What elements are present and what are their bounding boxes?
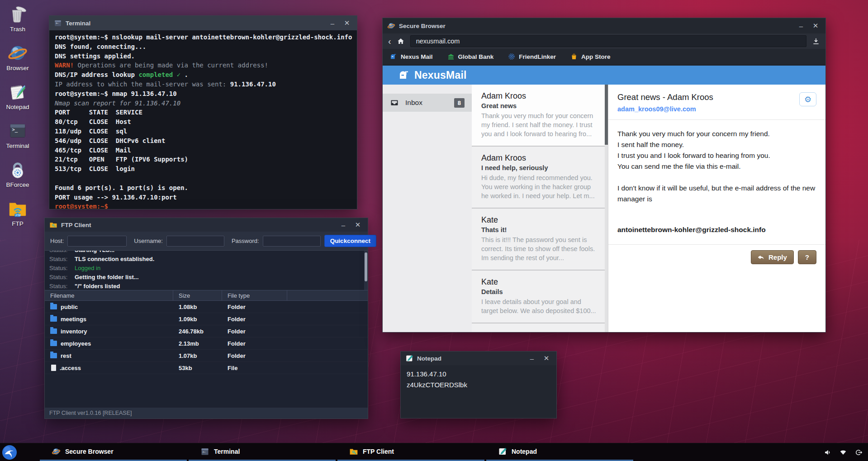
sidebar-item-inbox[interactable]: Inbox 8 bbox=[383, 94, 472, 112]
file-size: 1.09kb bbox=[173, 313, 222, 325]
notepad-content[interactable]: 91.136.47.10z4UkzCTOERDSlbk bbox=[401, 365, 556, 394]
terminal-app-icon: >_ bbox=[7, 120, 28, 141]
bookmark-global-bank[interactable]: Global Bank bbox=[447, 53, 494, 60]
url-bar[interactable]: nexusmail.com bbox=[410, 35, 806, 47]
ftp-status-scrollbar[interactable] bbox=[364, 251, 368, 290]
ftp-column-header[interactable]: Size bbox=[173, 290, 222, 300]
scrollbar-thumb[interactable] bbox=[605, 85, 608, 145]
scrollbar-thumb[interactable] bbox=[365, 252, 367, 281]
desktop-icon-terminal[interactable]: >_ Terminal bbox=[3, 120, 33, 149]
ftp-client-icon bbox=[49, 221, 57, 229]
desktop-icon-notepad[interactable]: Notepad bbox=[3, 81, 33, 110]
quickconnect-button[interactable]: Quickconnect bbox=[324, 235, 376, 247]
taskbar-item-secure-browser[interactable]: Secure Browser bbox=[40, 443, 187, 461]
ftp-status-line: Status: Starting TLS... bbox=[49, 251, 363, 254]
taskbar-item-notepad[interactable]: Notepad bbox=[486, 443, 633, 461]
email-body-line: I don't know if it will be useful, but t… bbox=[617, 183, 816, 204]
terminal-output[interactable]: root@system:~$ nslookup mail-server anto… bbox=[49, 30, 357, 209]
browser-navbar: ‹ nexusmail.com bbox=[383, 33, 825, 49]
ftp-file-row[interactable]: meetings 1.09kb Folder bbox=[45, 313, 368, 325]
start-button[interactable] bbox=[2, 445, 17, 460]
window-title: Secure Browser bbox=[399, 23, 446, 29]
ftp-file-row[interactable]: rest 1.07kb Folder bbox=[45, 350, 368, 362]
nexusmail-logo-icon bbox=[398, 69, 410, 81]
ftp-file-row[interactable]: employees 2.13mb Folder bbox=[45, 337, 368, 350]
status-value: Logged in bbox=[75, 265, 100, 271]
terminal-window: >- Terminal – ✕ root@system:~$ nslookup … bbox=[49, 15, 357, 209]
folder-icon bbox=[50, 341, 57, 346]
email-list-item[interactable]: Adam Kroos I need help, seriously Hi dud… bbox=[472, 147, 608, 209]
email-list-item[interactable]: Kate Thats it! This is it!!! The passwor… bbox=[472, 209, 608, 271]
desktop-icon-browser[interactable]: Browser bbox=[3, 43, 33, 71]
minimize-button[interactable]: – bbox=[327, 19, 338, 27]
ftp-file-row[interactable]: public 1.08kb Folder bbox=[45, 301, 368, 313]
password-input[interactable] bbox=[263, 236, 321, 247]
file-name: employees bbox=[61, 340, 91, 347]
file-type: File bbox=[222, 362, 287, 374]
notepad-icon bbox=[405, 354, 413, 362]
email-list-item[interactable]: Kate Details I leave details about your … bbox=[472, 271, 608, 323]
ftp-status-line: Status: Getting the folder list... bbox=[49, 272, 363, 281]
file-size: 2.13mb bbox=[173, 337, 222, 349]
ftp-file-row[interactable]: inventory 246.78kb Folder bbox=[45, 325, 368, 337]
home-button[interactable] bbox=[397, 37, 405, 45]
help-button[interactable]: ? bbox=[798, 250, 816, 264]
ftp-column-header[interactable]: Filename bbox=[45, 290, 173, 300]
ftp-column-header[interactable] bbox=[287, 290, 368, 300]
back-button[interactable]: ‹ bbox=[388, 37, 391, 46]
desktop-icon-ftp[interactable]: FTP FTP bbox=[3, 198, 33, 227]
email-list-scrollbar[interactable] bbox=[605, 85, 608, 332]
close-button[interactable]: ✕ bbox=[352, 221, 363, 229]
close-button[interactable]: ✕ bbox=[541, 354, 552, 362]
ftp-titlebar[interactable]: FTP Client – ✕ bbox=[45, 218, 368, 232]
ftp-file-row[interactable]: .access 53kb File bbox=[45, 362, 368, 374]
terminal-line: DNS/IP address lookup completed ✓ . bbox=[55, 70, 351, 80]
ftp-table-header: FilenameSizeFile type bbox=[45, 290, 368, 301]
gear-icon: ⚙ bbox=[804, 95, 811, 105]
terminal-line: 465/tcp CLOSE Mail bbox=[55, 146, 351, 155]
download-icon[interactable] bbox=[812, 37, 820, 45]
mail-settings-button[interactable]: ⚙ bbox=[799, 92, 816, 106]
email-sender: Adam Kroos bbox=[481, 153, 599, 163]
email-actions: Reply ? bbox=[608, 244, 825, 270]
browser-titlebar[interactable]: Secure Browser – ✕ bbox=[383, 18, 825, 33]
email-list-item[interactable]: Adam Kroos Great news Thank you very muc… bbox=[472, 85, 608, 147]
ftp-column-header[interactable]: File type bbox=[222, 290, 287, 300]
terminal-titlebar[interactable]: >- Terminal – ✕ bbox=[49, 16, 357, 30]
minimize-button[interactable]: – bbox=[338, 221, 349, 229]
notepad-titlebar[interactable]: Notepad – ✕ bbox=[401, 352, 556, 365]
desktop-icon-bforcee[interactable]: BForcee bbox=[3, 159, 33, 188]
close-button[interactable]: ✕ bbox=[810, 22, 821, 30]
terminal-line: PORT usage --> 91.136.47.10:port bbox=[55, 193, 351, 202]
volume-icon[interactable] bbox=[824, 448, 832, 456]
reply-icon bbox=[758, 254, 765, 261]
file-name: meetings bbox=[61, 316, 86, 323]
taskbar-item-ftp-client[interactable]: FTP Client bbox=[337, 443, 484, 461]
reply-button[interactable]: Reply bbox=[751, 250, 794, 264]
wifi-icon[interactable] bbox=[839, 448, 847, 456]
desktop-icon-trash[interactable]: Trash bbox=[3, 4, 33, 33]
bookmark-label: App Store bbox=[581, 53, 611, 60]
username-input[interactable] bbox=[166, 236, 224, 247]
password-label: Password: bbox=[232, 238, 259, 244]
status-value: "/" folders listed bbox=[75, 283, 120, 290]
status-label: Status: bbox=[49, 256, 69, 262]
ftp-status-log: Status: Starting TLS... Status: TLS conn… bbox=[45, 251, 368, 290]
bookmark-app-store[interactable]: App Store bbox=[570, 53, 611, 60]
email-reader-from[interactable]: adam_kroos09@live.com bbox=[617, 105, 713, 113]
terminal-line: Found 6 port(s). 1 port(s) is open. bbox=[55, 183, 351, 193]
file-type: Folder bbox=[222, 313, 287, 325]
minimize-button[interactable]: – bbox=[526, 355, 537, 362]
email-reader: Great news - Adam Kroos adam_kroos09@liv… bbox=[608, 85, 825, 332]
minimize-button[interactable]: – bbox=[796, 22, 806, 30]
close-button[interactable]: ✕ bbox=[342, 19, 352, 27]
bookmark-nexus-mail[interactable]: Nexus Mail bbox=[390, 53, 433, 60]
friendlinker-icon bbox=[508, 53, 515, 60]
taskbar-item-terminal[interactable]: >- Terminal bbox=[189, 443, 336, 461]
terminal-line: Nmap scan report for 91.136.47.10 bbox=[55, 99, 351, 108]
host-input[interactable] bbox=[67, 236, 127, 247]
bookmark-friendlinker[interactable]: FriendLinker bbox=[508, 53, 556, 60]
desktop-icon-label: FTP bbox=[12, 220, 24, 227]
logout-icon[interactable] bbox=[854, 448, 863, 456]
terminal-line: PORT STATE SERVICE bbox=[55, 108, 351, 117]
